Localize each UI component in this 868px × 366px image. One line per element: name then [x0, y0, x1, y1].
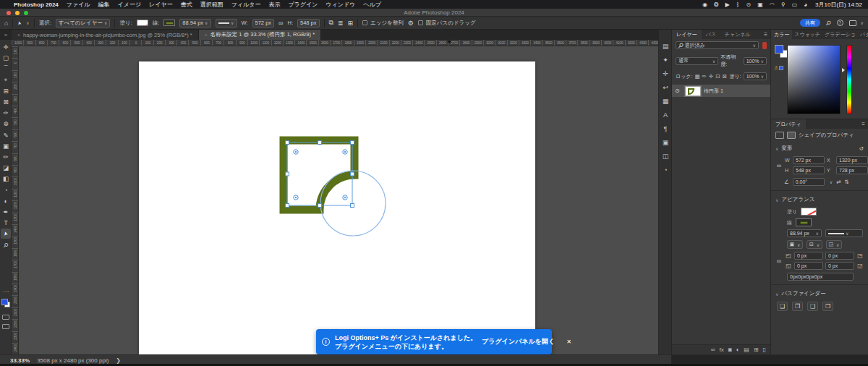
link-corner-radii-icon[interactable]: ∞ — [775, 258, 783, 265]
menu-item-view[interactable]: 表示 — [268, 1, 280, 9]
clone-stamp-tool[interactable]: ▣ — [1, 141, 11, 151]
transform-section-header[interactable]: ∨変形 ↺ — [771, 142, 868, 155]
y-input[interactable]: 728 px — [836, 166, 868, 174]
opacity-dropdown[interactable]: 100%∨ — [744, 57, 767, 65]
hue-slider-marker[interactable] — [842, 68, 845, 72]
appearance-section-header[interactable]: ∨アピアランス — [771, 193, 868, 206]
path-arrangement-icon[interactable]: ⊞ — [348, 20, 354, 27]
stroke-type-dropdown[interactable]: ∨ — [216, 19, 237, 27]
menu-item-photoshop[interactable]: Photoshop 2024 — [14, 1, 59, 8]
hue-slider[interactable] — [846, 45, 852, 114]
tab-swatches[interactable]: スウォッチ — [792, 30, 822, 39]
history-brush-tool[interactable]: ✏ — [1, 152, 11, 162]
lock-icon[interactable]: ✏ — [702, 73, 707, 80]
foreground-background-colors[interactable] — [1, 299, 11, 308]
menubar-status-icon[interactable]: ▣ — [757, 1, 763, 8]
toast-close-icon[interactable]: ✕ — [565, 339, 573, 345]
current-tool-button[interactable]: ➤ ∨ — [17, 20, 29, 26]
fill-opacity-dropdown[interactable]: 100%∨ — [744, 72, 767, 80]
character-dock-icon[interactable]: A — [659, 111, 672, 119]
stroke-type-dropdown[interactable]: ∨ — [825, 229, 863, 237]
menubar-status-icon[interactable]: ▭ — [792, 1, 798, 8]
stroke-color-swatch[interactable] — [796, 218, 812, 226]
saturation-brightness-field[interactable] — [787, 45, 841, 114]
gamut-warning-icon[interactable]: ⚠ — [774, 65, 783, 71]
paragraph-dock-icon[interactable]: ¶ — [659, 125, 672, 132]
menu-item-type[interactable]: 書式 — [181, 1, 192, 9]
close-icon[interactable]: × — [205, 33, 208, 38]
object-selection-tool[interactable]: ⌖ — [1, 75, 11, 85]
shape-height-input[interactable]: 548 px — [297, 19, 320, 27]
adjustments-dock-icon[interactable]: ✛ — [659, 70, 672, 77]
stroke-cap-icon[interactable]: ⊟∨ — [807, 240, 822, 249]
type-tool[interactable]: T — [1, 218, 11, 228]
tab-layers[interactable]: レイヤー — [672, 30, 702, 39]
info-dock-icon[interactable]: ◫ — [659, 153, 672, 160]
menubar-status-icon[interactable]: ᛒ — [736, 1, 740, 8]
combine-shapes-icon[interactable]: ❏ — [777, 302, 788, 311]
screen-mode-icon[interactable] — [2, 324, 9, 329]
path-alignment-icon[interactable]: ≣ — [338, 20, 344, 27]
lasso-tool[interactable]: ⌒ — [1, 64, 11, 74]
layer-row-selected[interactable]: ⊙ 楕円形 1 — [672, 85, 770, 97]
new-layer-icon[interactable]: ⊞ — [754, 346, 759, 354]
clone-source-dock-icon[interactable]: ▣ — [659, 139, 672, 146]
foreground-color-swatch[interactable] — [775, 45, 783, 54]
healing-brush-tool[interactable]: ⊕ — [1, 119, 11, 129]
workspace-switcher[interactable]: ∨ — [849, 20, 864, 26]
libraries-dock-icon[interactable]: ▦ — [659, 98, 672, 105]
layer-name[interactable]: 楕円形 1 — [704, 88, 723, 95]
menu-item-filter[interactable]: フィルター — [231, 1, 261, 9]
align-edges-checkbox[interactable]: エッジを整列 — [362, 20, 404, 27]
link-dimensions-icon[interactable]: ∞ — [278, 20, 283, 27]
shape-width-input[interactable]: 572 px — [252, 19, 275, 27]
tab-patterns[interactable]: パターン — [858, 30, 868, 39]
menu-item-file[interactable]: ファイル — [67, 1, 90, 9]
close-icon[interactable]: × — [17, 33, 20, 38]
move-tool[interactable]: ✛ — [1, 42, 11, 52]
subtract-front-shape-icon[interactable]: ❐ — [792, 302, 803, 311]
layer-filter-toggle[interactable] — [762, 42, 767, 49]
radius-top-left-input[interactable]: 0 px — [794, 252, 823, 260]
select-scope-dropdown[interactable]: すべてのレイヤー∨ — [56, 19, 111, 27]
x-input[interactable]: 1320 px — [836, 156, 868, 164]
menu-item-plugins[interactable]: プラグイン — [288, 1, 318, 9]
tab-properties[interactable]: プロパティ — [771, 119, 806, 129]
path-operations-icon[interactable]: ⧉ — [329, 19, 333, 27]
menubar-clock[interactable]: 3月10日(日) 14:52 — [815, 1, 862, 9]
menubar-status-icon[interactable]: ◉ — [702, 1, 707, 8]
radius-bottom-left-input[interactable]: 0 px — [794, 262, 823, 270]
zoom-tool[interactable]: ⚲ — [1, 240, 11, 250]
search-icon[interactable]: ⚲ — [824, 19, 833, 27]
new-group-icon[interactable]: ▤ — [744, 346, 749, 354]
document-tab-inactive[interactable]: × happy-woman-jumping-in-the-air-picjumb… — [12, 30, 199, 40]
menubar-status-icon[interactable]: ▶ — [726, 1, 730, 8]
tab-channels[interactable]: チャンネル — [720, 30, 755, 39]
flip-vertical-icon[interactable]: ⇅ — [844, 179, 848, 185]
menu-item-help[interactable]: ヘルプ — [363, 1, 381, 9]
brush-settings-dock-icon[interactable]: ✦ — [659, 56, 672, 64]
width-input[interactable]: 572 px — [793, 156, 825, 164]
menubar-status-icon[interactable]: ⚲ — [781, 1, 786, 8]
menubar-status-icon[interactable]: ◕ — [804, 1, 807, 8]
fill-color-swatch[interactable] — [137, 20, 148, 26]
rotation-input[interactable]: 0.00° — [793, 178, 825, 186]
combined-radius-input[interactable]: 0px0px0px0px — [787, 273, 854, 281]
stroke-width-dropdown[interactable]: 88.94 px∨ — [179, 19, 210, 27]
foreground-color-swatch[interactable] — [1, 299, 8, 305]
intersect-shapes-icon[interactable]: ❑ — [807, 302, 818, 311]
pathfinder-section-header[interactable]: ∨パスファインダー — [771, 287, 868, 300]
radius-bottom-right-input[interactable]: 0 px — [825, 262, 854, 270]
pen-tool[interactable]: ✒ — [1, 207, 11, 217]
lock-icon[interactable]: ✛ — [709, 73, 713, 80]
status-chevron-icon[interactable]: ❯ — [116, 357, 121, 364]
eyedropper-tool[interactable]: ✑ — [1, 108, 11, 118]
blur-tool[interactable]: ◔ — [1, 185, 11, 195]
quick-mask-icon[interactable] — [2, 315, 9, 320]
menu-item-select[interactable]: 選択範囲 — [200, 1, 224, 9]
horizontal-ruler[interactable]: 1000900800700600500400300200100010020030… — [12, 40, 658, 46]
open-plugin-panel-button[interactable]: プラグインパネルを開く — [482, 337, 555, 346]
gradient-tool[interactable]: ◧ — [1, 174, 11, 184]
stroke-align-icon[interactable]: ▣∨ — [787, 240, 803, 249]
frame-tool[interactable]: ⊠ — [1, 97, 11, 107]
